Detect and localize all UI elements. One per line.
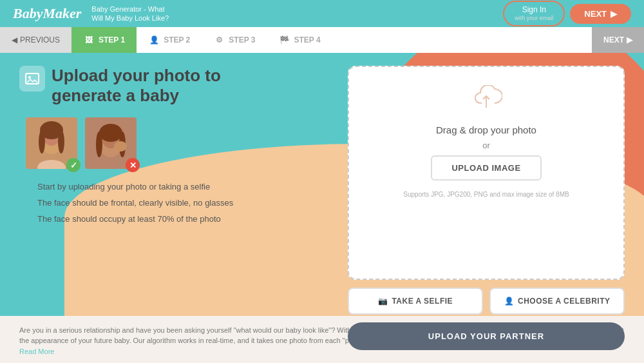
- title-icon: [19, 66, 45, 92]
- photo-examples: ✓ ✕: [26, 117, 322, 169]
- or-label: or: [482, 141, 490, 150]
- supports-label: Supports JPG, JPG200, PNG and max image …: [403, 191, 569, 198]
- action-row: 📷 TAKE A SELFIE 👤 CHOOSE A CELEBRITY: [348, 288, 625, 315]
- previous-button[interactable]: ◀ PREVIOUS: [0, 27, 71, 53]
- arrow-right-icon: ▶: [611, 9, 617, 19]
- main-content: Upload your photo to generate a baby: [0, 53, 644, 363]
- step-4-tab[interactable]: 🏁 STEP 4: [267, 27, 332, 53]
- sign-in-button[interactable]: Sign In with your email: [503, 1, 565, 26]
- drag-drop-label: Drag & drop your photo: [436, 124, 536, 135]
- svg-point-6: [39, 130, 45, 153]
- upload-image-button[interactable]: UPLOAD IMAGE: [431, 155, 541, 181]
- bullet-icon: [26, 216, 32, 222]
- header-next-button[interactable]: NEXT ▶: [570, 4, 631, 24]
- gear-icon: ⚙: [213, 34, 225, 46]
- steps-navigation: ◀ PREVIOUS 🖼 STEP 1 👤 STEP 2 ⚙ STEP 3 🏁 …: [0, 27, 644, 53]
- instructions-list: Start by uploading your photo or taking …: [26, 182, 322, 224]
- step-2-tab[interactable]: 👤 STEP 2: [137, 27, 202, 53]
- svg-point-7: [58, 130, 64, 153]
- person-icon: 👤: [504, 297, 515, 306]
- header: BabyMaker Baby Generator - What Will My …: [0, 0, 644, 27]
- svg-point-15: [114, 141, 127, 152]
- cloud-upload-icon: [470, 85, 502, 117]
- x-badge: ✕: [126, 158, 140, 172]
- choose-celebrity-button[interactable]: 👤 CHOOSE A CELEBRITY: [489, 288, 625, 315]
- take-selfie-button[interactable]: 📷 TAKE A SELFIE: [348, 288, 483, 315]
- photo-good-example: ✓: [26, 117, 77, 169]
- nav-next-button[interactable]: NEXT ▶: [592, 27, 644, 53]
- check-badge: ✓: [66, 158, 80, 172]
- svg-point-1: [28, 76, 31, 79]
- step-1-tab[interactable]: 🖼 STEP 1: [71, 27, 137, 53]
- instruction-item: The face should be frontal, clearly visi…: [26, 198, 322, 208]
- instruction-item: Start by uploading your photo or taking …: [26, 182, 322, 191]
- logo: BabyMaker: [13, 5, 81, 22]
- upload-dropzone[interactable]: Drag & drop your photo or UPLOAD IMAGE S…: [348, 66, 625, 280]
- upload-partner-button[interactable]: UPLOAD YOUR PARTNER: [348, 322, 625, 350]
- arrow-right-icon: ▶: [627, 35, 632, 44]
- svg-point-13: [96, 132, 102, 157]
- image-icon: 🖼: [83, 34, 95, 46]
- photo-bad-example: ✕: [85, 117, 137, 169]
- left-panel: Upload your photo to generate a baby: [0, 53, 341, 363]
- svg-point-12: [99, 124, 122, 142]
- page-title: Upload your photo to generate a baby: [19, 66, 322, 106]
- step-3-tab[interactable]: ⚙ STEP 3: [202, 27, 267, 53]
- arrow-left-icon: ◀: [12, 35, 17, 44]
- flag-icon: 🏁: [278, 34, 290, 46]
- header-tagline: Baby Generator - What Will My Baby Look …: [91, 5, 503, 23]
- instruction-item: The face should occupy at least 70% of t…: [26, 214, 322, 224]
- bullet-icon: [26, 184, 32, 190]
- camera-icon: 📷: [378, 297, 388, 306]
- bullet-icon: [26, 200, 32, 206]
- right-panel: Drag & drop your photo or UPLOAD IMAGE S…: [341, 53, 644, 363]
- person-icon: 👤: [148, 34, 160, 46]
